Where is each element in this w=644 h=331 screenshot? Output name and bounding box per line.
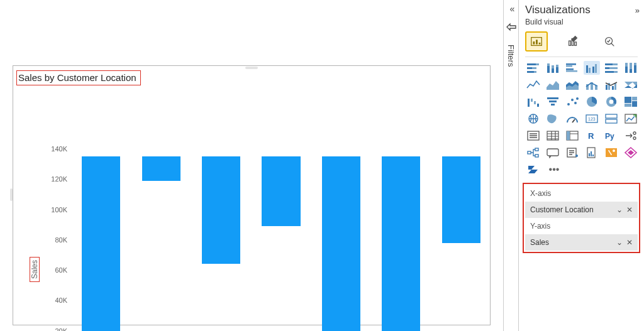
svg-point-58: [576, 97, 579, 100]
chevron-down-icon[interactable]: ⌄: [616, 238, 623, 247]
y-axis-field-name: Sales: [530, 238, 549, 247]
ribbon-icon[interactable]: [623, 78, 639, 92]
y-axis-field-chip[interactable]: Sales ⌄ ✕: [525, 234, 638, 251]
svg-rect-51: [537, 104, 539, 107]
analytics-tab[interactable]: [598, 31, 621, 52]
power-automate-icon[interactable]: [525, 163, 541, 176]
kpi-icon[interactable]: [623, 112, 639, 126]
map-icon[interactable]: [525, 112, 541, 126]
svg-rect-47: [614, 84, 616, 90]
powerapps-icon[interactable]: [623, 146, 639, 160]
chart-visual[interactable]: Sales AlaskaArizonaCarlifoniaChicagoFlor…: [13, 65, 491, 325]
slicer-icon[interactable]: [525, 129, 541, 143]
svg-text:Py: Py: [605, 132, 614, 141]
bar[interactable]: [142, 156, 180, 181]
svg-rect-50: [534, 101, 536, 104]
svg-rect-88: [591, 151, 592, 156]
r-visual-icon[interactable]: R: [584, 129, 600, 143]
svg-rect-64: [632, 101, 637, 107]
svg-point-61: [609, 100, 614, 104]
svg-rect-27: [592, 67, 594, 73]
arcgis-icon[interactable]: [603, 146, 619, 160]
svg-rect-53: [549, 100, 557, 102]
line-icon[interactable]: [525, 78, 541, 92]
svg-rect-63: [632, 97, 637, 100]
field-wells: X-axis Customer Location ⌄ ✕ Y-axis Sale…: [523, 183, 640, 253]
100-stacked-bar-icon[interactable]: [603, 61, 619, 75]
chart-title: Sales by Customer Location: [16, 70, 141, 85]
area-icon[interactable]: [545, 78, 561, 92]
bar[interactable]: [82, 156, 120, 331]
filters-collapsed-rail: « Filters: [503, 0, 518, 331]
clustered-column-icon[interactable]: [584, 61, 600, 75]
stacked-bar-icon[interactable]: [525, 61, 541, 75]
paginated-report-icon[interactable]: [584, 146, 600, 160]
get-more-visuals-icon[interactable]: •••: [545, 163, 561, 176]
svg-rect-30: [613, 63, 618, 65]
svg-rect-3: [536, 40, 538, 44]
reveal-icon[interactable]: [506, 23, 516, 33]
visualizations-panel: Visualizations » Build visual: [518, 0, 644, 331]
treemap-icon[interactable]: [623, 95, 639, 109]
bar[interactable]: [382, 156, 420, 331]
qna-icon[interactable]: [545, 146, 561, 160]
expand-filters-icon[interactable]: «: [510, 4, 513, 14]
svg-rect-4: [539, 43, 541, 45]
format-visual-tab[interactable]: [562, 31, 584, 52]
matrix-icon[interactable]: [564, 129, 580, 143]
100-stacked-column-icon[interactable]: [623, 61, 639, 75]
svg-point-57: [574, 102, 577, 104]
plot-area: AlaskaArizonaCarlifoniaChicagoFloridaGeo…: [71, 156, 491, 331]
svg-rect-21: [566, 63, 576, 65]
collapse-panel-icon[interactable]: »: [635, 6, 638, 15]
multi-row-card-icon[interactable]: [603, 112, 619, 126]
svg-text:123: 123: [588, 117, 596, 121]
chevron-down-icon[interactable]: ⌄: [616, 205, 623, 214]
gauge-icon[interactable]: [564, 112, 580, 126]
decomposition-tree-icon[interactable]: [525, 146, 541, 160]
bar-slot: Georgia: [371, 156, 431, 331]
svg-rect-25: [586, 65, 588, 73]
line-clustered-column-icon[interactable]: [603, 78, 619, 92]
bar[interactable]: [262, 156, 300, 226]
bar[interactable]: [322, 156, 360, 331]
bar-slot: Florida: [311, 156, 371, 331]
stacked-area-icon[interactable]: [564, 78, 580, 92]
filled-map-icon[interactable]: [545, 112, 561, 126]
svg-rect-15: [547, 66, 550, 73]
table-icon[interactable]: [545, 129, 561, 143]
svg-rect-11: [527, 67, 532, 69]
donut-icon[interactable]: [603, 95, 619, 109]
svg-point-85: [575, 155, 578, 157]
python-visual-icon[interactable]: Py: [603, 129, 619, 143]
svg-rect-14: [534, 71, 536, 73]
funnel-icon[interactable]: [545, 95, 561, 109]
svg-rect-17: [552, 68, 554, 73]
svg-rect-54: [551, 104, 555, 106]
clustered-bar-icon[interactable]: [564, 61, 580, 75]
waterfall-icon[interactable]: [525, 95, 541, 109]
bar[interactable]: [202, 156, 240, 264]
key-influencers-icon[interactable]: [623, 129, 639, 143]
bar-slot: Marryland: [431, 156, 491, 331]
scatter-icon[interactable]: [564, 95, 580, 109]
x-axis-field-chip[interactable]: Customer Location ⌄ ✕: [525, 202, 638, 218]
line-stacked-column-icon[interactable]: [584, 78, 600, 92]
y-tick: 80K: [45, 236, 67, 244]
build-visual-label: Build visual: [525, 18, 564, 26]
bar[interactable]: [442, 156, 480, 243]
bar-slot: Chicago: [251, 156, 311, 331]
svg-rect-70: [606, 119, 617, 123]
report-canvas[interactable]: Sales by Customer Location ••• Sales Ala…: [0, 0, 503, 331]
build-visual-tab[interactable]: [525, 31, 548, 52]
svg-rect-38: [630, 63, 632, 69]
filters-label[interactable]: Filters: [506, 45, 516, 67]
card-icon[interactable]: 123: [584, 112, 600, 126]
stacked-column-icon[interactable]: [545, 61, 561, 75]
bars-container: AlaskaArizonaCarlifoniaChicagoFloridaGeo…: [71, 156, 491, 331]
remove-field-icon[interactable]: ✕: [626, 205, 633, 214]
smart-narrative-icon[interactable]: [564, 146, 580, 160]
y-axis-well-label: Y-axis: [525, 218, 638, 234]
remove-field-icon[interactable]: ✕: [626, 238, 633, 247]
pie-icon[interactable]: [584, 95, 600, 109]
